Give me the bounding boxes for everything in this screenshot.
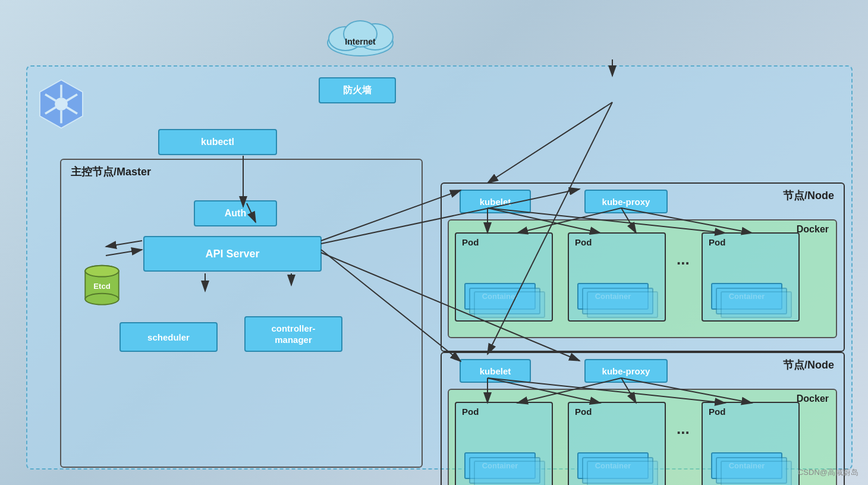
- docker-label-1: Docker: [797, 224, 829, 235]
- docker-label-2: Docker: [797, 393, 829, 404]
- kubectl-label: kubectl: [201, 137, 234, 147]
- kubelet-label-1: kubelet: [480, 197, 511, 207]
- pod-box-2-2: Pod Container: [568, 402, 666, 485]
- svg-point-16: [85, 266, 118, 277]
- kubelet-box-1: kubelet: [460, 190, 531, 213]
- pod-box-1-1: Pod Container: [455, 232, 553, 322]
- container-shadow-5-2: [587, 461, 658, 485]
- kube-proxy-box-2: kube-proxy: [584, 359, 668, 383]
- node1-label: 节点/Node: [783, 188, 834, 203]
- firewall-box: 防火墙: [319, 77, 396, 103]
- container-shadow-4-2: [474, 461, 545, 485]
- controller-label: controller-manager: [271, 323, 315, 346]
- pod-label-2-3: Pod: [709, 407, 725, 417]
- docker-box-1: Docker Pod Container Pod Container ... P…: [448, 219, 837, 338]
- kube-proxy-label-2: kube-proxy: [602, 366, 650, 376]
- api-server-label: API Server: [205, 248, 259, 260]
- pod-label-1-3: Pod: [709, 237, 725, 247]
- scheduler-box: scheduler: [119, 322, 218, 352]
- pod-label-1-1: Pod: [462, 237, 479, 247]
- docker-box-2: Docker Pod Container Pod Container ... P…: [448, 389, 837, 485]
- diagram-container: Internet 防火墙 主控节点/Master kubectl Auth AP…: [26, 65, 853, 470]
- master-label: 主控节点/Master: [71, 165, 151, 179]
- kube-proxy-box-1: kube-proxy: [584, 190, 668, 213]
- watermark: CSDN@高咸蔚岛: [798, 467, 858, 478]
- pod-label-1-2: Pod: [575, 237, 592, 247]
- node2-label: 节点/Node: [783, 358, 834, 372]
- container-shadow-2-2: [587, 291, 658, 318]
- api-server-box: API Server: [143, 236, 322, 272]
- svg-text:Internet: Internet: [345, 37, 376, 46]
- internet-cloud: Internet: [319, 10, 402, 60]
- dots-1: ...: [677, 250, 690, 269]
- container-shadow-6-2: [721, 461, 792, 485]
- pod-box-1-3: Pod Container: [702, 232, 800, 322]
- kubelet-label-2: kubelet: [480, 366, 511, 376]
- container-shadow-3-2: [721, 291, 792, 318]
- dots-2: ...: [677, 420, 690, 438]
- pod-label-2-1: Pod: [462, 407, 479, 417]
- scheduler-label: scheduler: [147, 332, 190, 342]
- pod-box-2-3: Pod Container: [702, 402, 800, 485]
- container-shadow-1-2: [474, 291, 545, 318]
- pod-box-2-1: Pod Container: [455, 402, 553, 485]
- auth-box: Auth: [194, 200, 277, 226]
- firewall-label: 防火墙: [343, 84, 372, 97]
- etcd-box: Etcd: [78, 263, 125, 310]
- pod-box-1-2: Pod Container: [568, 232, 666, 322]
- kubelet-box-2: kubelet: [460, 359, 531, 383]
- kube-proxy-label-1: kube-proxy: [602, 197, 650, 207]
- controller-box: controller-manager: [244, 316, 342, 352]
- svg-text:Etcd: Etcd: [93, 282, 111, 291]
- node-box-1: 节点/Node kubelet kube-proxy Docker Pod Co…: [441, 182, 845, 352]
- auth-label: Auth: [225, 208, 246, 219]
- kubectl-box: kubectl: [158, 129, 277, 155]
- node-box-2: 节点/Node kubelet kube-proxy Docker Pod Co…: [441, 352, 845, 485]
- svg-point-15: [85, 294, 118, 305]
- pod-label-2-2: Pod: [575, 407, 592, 417]
